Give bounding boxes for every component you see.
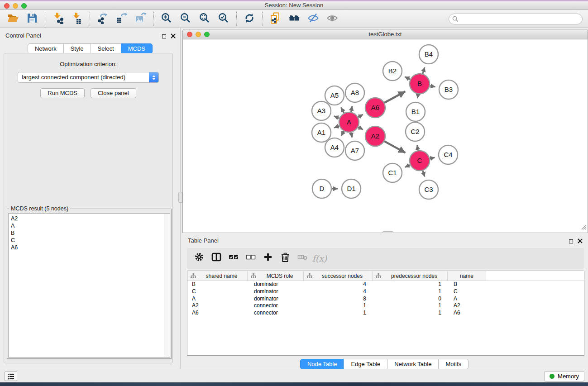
result-item-a6[interactable]: A6 [9, 244, 170, 251]
edge-C-C3[interactable] [423, 171, 425, 176]
import-table-button[interactable] [67, 11, 86, 27]
table-float-icon[interactable] [569, 239, 573, 243]
tab-node-table[interactable]: Node Table [300, 359, 344, 369]
node-c[interactable]: C [410, 151, 430, 171]
cell-shared-name[interactable]: A6 [187, 310, 248, 317]
minimize-window-button[interactable] [13, 3, 18, 9]
cell-mcds-role[interactable]: connector [248, 310, 304, 317]
deselect-all-button[interactable] [242, 250, 259, 267]
edge-B-B3[interactable] [430, 86, 435, 87]
table-close-icon[interactable] [578, 237, 583, 245]
table-row-a[interactable]: Adominator80A [187, 295, 584, 303]
cell-shared-name[interactable]: B [187, 281, 248, 288]
settings-button[interactable] [191, 250, 208, 267]
delete-button[interactable] [277, 250, 294, 267]
refresh-view-button[interactable] [240, 11, 259, 27]
zoom-fit-button[interactable] [195, 11, 214, 27]
result-item-b[interactable]: B [9, 229, 170, 237]
network-close-button[interactable] [187, 32, 192, 37]
edge-A-A5[interactable] [341, 107, 344, 113]
cell-mcds-role[interactable]: dominator [248, 281, 304, 288]
memory-button[interactable]: Memory [544, 371, 584, 381]
node-a5[interactable]: A5 [325, 86, 344, 105]
run-mcds-button[interactable]: Run MCDS [40, 88, 85, 98]
zoom-in-button[interactable] [157, 11, 176, 27]
cell-successor-nodes[interactable]: 4 [304, 288, 373, 295]
tab-network[interactable]: Network [28, 43, 64, 54]
cell-mcds-role[interactable]: dominator [248, 288, 304, 295]
cell-successor-nodes[interactable]: 4 [304, 281, 373, 288]
cell-shared-name[interactable]: A [187, 295, 248, 303]
tab-select[interactable]: Select [91, 43, 121, 54]
float-panel-icon[interactable] [162, 34, 166, 38]
add-button[interactable] [259, 250, 277, 267]
result-item-c[interactable]: C [9, 237, 170, 244]
edge-A-A6[interactable] [358, 114, 363, 117]
zoom-out-button[interactable] [176, 11, 195, 27]
cell-predecessor-nodes[interactable]: 1 [373, 288, 448, 295]
table-row-c[interactable]: Cdominator41C [187, 288, 584, 295]
result-item-a2[interactable]: A2 [9, 215, 170, 222]
network-canvas-area[interactable]: B4B2BB3A5A8A6B1A3AC2A1A2A4A7C4CC1C3DD1 [182, 39, 588, 233]
optimization-criterion-select[interactable]: largest connected component (directed) [18, 72, 159, 83]
edge-C-C1[interactable] [405, 165, 410, 167]
export-table-button[interactable] [112, 11, 131, 27]
edge-B-B2[interactable] [405, 77, 410, 80]
cell-name[interactable]: B [448, 281, 486, 288]
network-zoom-button[interactable] [204, 32, 210, 37]
edge-A-A3[interactable] [334, 116, 339, 118]
node-b[interactable]: B [410, 74, 430, 94]
save-session-button[interactable] [23, 11, 42, 27]
column-header-successor-nodes[interactable]: successor nodes [304, 271, 373, 281]
tab-motifs[interactable]: Motifs [438, 359, 468, 369]
edge-A-A7[interactable] [351, 133, 352, 138]
home-view-button[interactable] [285, 11, 304, 27]
column-header-predecessor-nodes[interactable]: predecessor nodes [373, 271, 448, 281]
resize-grip-icon[interactable] [581, 224, 587, 232]
cell-predecessor-nodes[interactable]: 1 [373, 281, 448, 288]
node-b3[interactable]: B3 [439, 80, 458, 99]
cell-name[interactable]: C [448, 288, 486, 295]
zoom-window-button[interactable] [21, 3, 27, 9]
column-header-mcds-role[interactable]: MCDS role [248, 271, 304, 281]
columns-button[interactable] [208, 250, 225, 267]
close-window-button[interactable] [4, 3, 10, 9]
table-row-b[interactable]: Bdominator41B [187, 281, 584, 288]
node-a2[interactable]: A2 [365, 126, 385, 146]
result-scrollbar[interactable] [164, 214, 170, 357]
zoom-selected-button[interactable] [214, 11, 233, 27]
export-network-button[interactable] [93, 11, 112, 27]
tab-mcds[interactable]: MCDS [121, 43, 153, 54]
cell-shared-name[interactable]: C [187, 288, 248, 295]
edge-A-A2[interactable] [358, 127, 363, 130]
node-d1[interactable]: D1 [342, 179, 361, 198]
hide-network-button[interactable] [304, 11, 323, 27]
cell-successor-nodes[interactable]: 8 [304, 295, 373, 303]
node-a7[interactable]: A7 [345, 141, 364, 160]
node-b4[interactable]: B4 [419, 45, 438, 64]
edge-A6-B[interactable] [384, 91, 405, 103]
open-session-button[interactable] [4, 11, 23, 27]
edge-A-A4[interactable] [341, 131, 344, 136]
node-a3[interactable]: A3 [312, 101, 331, 120]
node-a6[interactable]: A6 [365, 98, 385, 118]
cell-name[interactable]: A2 [448, 302, 486, 310]
node-a1[interactable]: A1 [312, 123, 331, 142]
node-c1[interactable]: C1 [383, 163, 402, 182]
mcds-result-listbox[interactable]: A2ABCA6 [8, 213, 170, 357]
node-a4[interactable]: A4 [325, 138, 344, 157]
table-row-a2[interactable]: A2connector11A2 [187, 302, 584, 310]
cell-name[interactable]: A [448, 295, 486, 303]
cell-predecessor-nodes[interactable]: 1 [373, 302, 448, 310]
node-d[interactable]: D [312, 179, 331, 198]
task-history-button[interactable] [5, 372, 17, 381]
node-c4[interactable]: C4 [439, 145, 458, 164]
node-a[interactable]: A [339, 112, 359, 132]
node-c3[interactable]: C3 [419, 180, 438, 199]
node-b2[interactable]: B2 [383, 62, 402, 81]
edge-C-C2[interactable] [417, 145, 418, 151]
tab-style[interactable]: Style [63, 43, 91, 54]
edge-A2-C[interactable] [384, 141, 405, 153]
show-network-button[interactable] [323, 11, 342, 27]
edge-B-B4[interactable] [423, 67, 425, 74]
